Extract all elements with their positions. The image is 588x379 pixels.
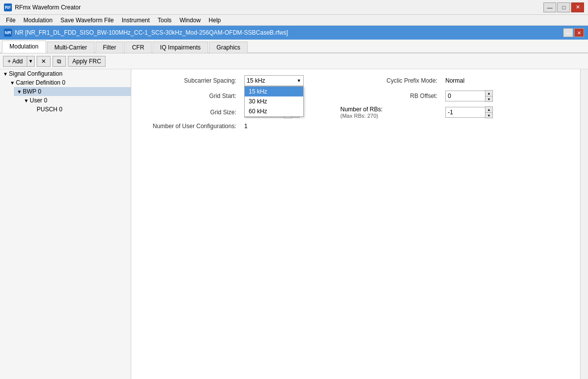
form-grid: Subcarrier Spacing: 15 kHz ▼ 15 kHz 30 k… [139,75,535,130]
subcarrier-spacing-dropdown-popup: 15 kHz 30 kHz 60 kHz [244,86,304,117]
close-button[interactable]: ✕ [571,2,584,12]
rb-offset-spinner-buttons: ▲ ▼ [485,90,493,102]
right-panel: Subcarrier Spacing: 15 kHz ▼ 15 kHz 30 k… [131,69,580,379]
window-controls: — □ ✕ [543,2,584,12]
subcarrier-spacing-dropdown[interactable]: 15 kHz ▼ [244,75,304,86]
rb-offset-increment[interactable]: ▲ [485,91,492,96]
add-button[interactable]: + Add [3,56,27,67]
doc-close-button[interactable]: ✕ [574,28,584,37]
tab-bar: Modulation Multi-Carrier Filter CFR IQ I… [0,40,588,53]
number-of-rbs-input[interactable] [445,107,485,118]
rb-offset-decrement[interactable]: ▼ [485,96,492,101]
maximize-button[interactable]: □ [557,2,570,12]
max-rbs-label: (Max RBs: 270) [340,113,439,119]
cyclic-prefix-mode-label: Cyclic Prefix Mode: [340,77,439,84]
number-of-rbs-container: Number of RBs: (Max RBs: 270) [340,106,439,119]
left-panel: ▼ Signal Configuration ▼ Carrier Definit… [0,69,131,379]
tab-iq-impairments[interactable]: IQ Impairments [153,42,208,53]
tree-bwp[interactable]: ▼ BWP 0 [14,87,131,96]
grid-start-label: Grid Start: [139,93,238,99]
user-label: User 0 [30,97,47,104]
menu-instrument[interactable]: Instrument [118,16,154,25]
minimize-button[interactable]: — [543,2,556,12]
menu-help[interactable]: Help [205,16,225,25]
add-dropdown-arrow[interactable]: ▼ [27,56,35,67]
right-scrollbar[interactable] [580,69,588,379]
subcarrier-spacing-value: 15 kHz [247,77,265,84]
rb-offset-label: RB Offset: [340,93,439,99]
menu-tools[interactable]: Tools [154,16,175,25]
rb-offset-input[interactable] [445,91,485,101]
app-title: RFmx Waveform Creator [15,4,543,11]
tab-cfr[interactable]: CFR [124,42,152,53]
number-of-rbs-increment[interactable]: ▲ [485,107,492,112]
tree-carrier-def[interactable]: ▼ Carrier Definition 0 [7,78,131,87]
number-of-rbs-spinner-buttons: ▲ ▼ [485,106,493,118]
app-icon: RF [4,3,12,11]
cyclic-prefix-mode-value: Normal [445,77,535,84]
menu-save-waveform[interactable]: Save Waveform File [56,16,118,25]
dropdown-arrow-icon: ▼ [297,78,301,83]
rb-offset-spinner: ▲ ▼ [445,90,535,102]
expand-signal-config-icon[interactable]: ▼ [2,70,9,77]
num-user-configs-label: Number of User Configurations: [139,123,238,130]
doc-title-bar: NR NR [NR_FR1_DL_FDD_SISO_BW-100MHz_CC-1… [0,26,588,40]
tree-signal-config[interactable]: ▼ Signal Configuration [0,69,131,78]
tab-multi-carrier[interactable]: Multi-Carrier [47,42,95,53]
add-button-group: + Add ▼ [3,56,35,67]
signal-config-label: Signal Configuration [9,70,62,77]
number-of-rbs-decrement[interactable]: ▼ [485,112,492,118]
doc-minimize-button[interactable]: — [563,28,573,37]
toolbar: + Add ▼ ✕ ⧉ Apply FRC [0,53,588,69]
expand-user-icon[interactable]: ▼ [23,97,30,104]
tree-pusch[interactable]: PUSCH 0 [35,105,131,114]
dropdown-option-15khz[interactable]: 15 kHz [245,87,303,96]
apply-frc-button[interactable]: Apply FRC [68,56,106,67]
dropdown-option-30khz[interactable]: 30 kHz [245,96,303,106]
expand-carrier-def-icon[interactable]: ▼ [9,79,16,86]
subcarrier-spacing-label: Subcarrier Spacing: [139,77,238,84]
title-bar: RF RFmx Waveform Creator — □ ✕ [0,0,588,15]
grid-size-label: Grid Size: [139,109,238,116]
main-content: ▼ Signal Configuration ▼ Carrier Definit… [0,69,588,379]
bwp-label: BWP 0 [23,88,41,95]
pusch-label: PUSCH 0 [37,106,62,113]
menu-window[interactable]: Window [175,16,205,25]
number-of-rbs-label: Number of RBs: [340,106,439,113]
copy-button[interactable]: ⧉ [53,56,66,67]
number-of-rbs-spinner: ▲ ▼ [445,106,535,118]
delete-button[interactable]: ✕ [37,56,51,67]
menu-file[interactable]: File [2,16,19,25]
menu-bar: File Modulation Save Waveform File Instr… [0,15,588,26]
tree-user[interactable]: ▼ User 0 [21,96,131,105]
dropdown-option-60khz[interactable]: 60 kHz [245,106,303,116]
doc-controls: — ✕ [563,28,584,37]
doc-icon: NR [4,29,12,37]
menu-modulation[interactable]: Modulation [19,16,56,25]
subcarrier-spacing-dropdown-container: 15 kHz ▼ 15 kHz 30 kHz 60 kHz [244,75,334,86]
expand-bwp-icon[interactable]: ▼ [16,88,23,95]
num-user-configs-value: 1 [244,123,334,130]
carrier-def-label: Carrier Definition 0 [16,79,65,86]
doc-title-text: NR [NR_FR1_DL_FDD_SISO_BW-100MHz_CC-1_SC… [15,29,563,36]
tab-modulation[interactable]: Modulation [2,41,46,53]
tab-filter[interactable]: Filter [96,42,124,53]
tab-graphics[interactable]: Graphics [209,42,248,53]
